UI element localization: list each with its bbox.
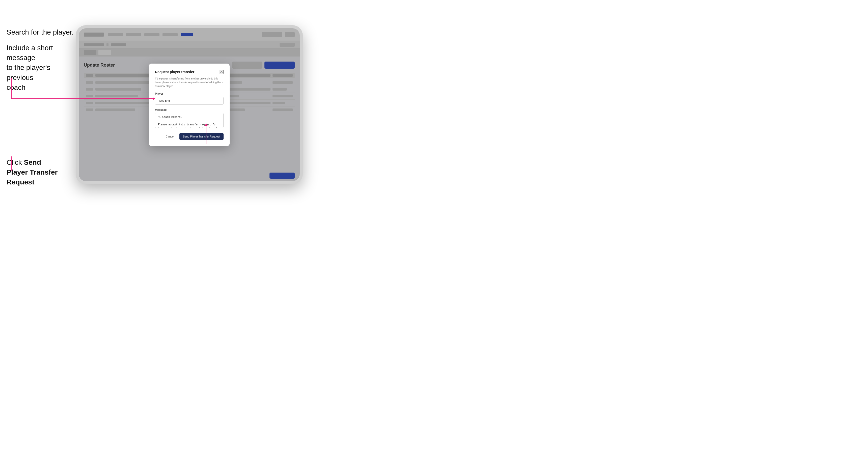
modal-footer: Cancel Send Player Transfer Request [155, 133, 223, 140]
arrow-vertical-send-left [11, 156, 11, 170]
arrow-vertical-send-right [206, 124, 207, 144]
modal-close-button[interactable]: ✕ [219, 70, 223, 74]
arrow-vertical-message [11, 78, 11, 99]
annotation-search-text: Search for the player. [6, 27, 74, 37]
annotation-message-text: Include a short message to the player's … [6, 43, 72, 92]
player-field-label: Player [155, 92, 223, 95]
annotation-click-text: Click Send Player Transfer Request [6, 157, 62, 187]
modal-title: Request player transfer [155, 70, 194, 74]
tablet-device: Update Roster [76, 25, 303, 184]
tablet-screen: Update Roster [79, 28, 300, 181]
message-textarea[interactable]: Hi Coach McHarg, Please accept this tran… [155, 113, 223, 128]
transfer-request-modal: Request player transfer ✕ If the player … [149, 64, 229, 146]
send-transfer-request-button[interactable]: Send Player Transfer Request [179, 133, 223, 140]
cancel-button[interactable]: Cancel [162, 133, 177, 139]
modal-description: If the player is transferring from anoth… [155, 77, 223, 88]
arrow-horizontal-send [11, 144, 207, 144]
arrow-horizontal-player [11, 98, 155, 99]
modal-header: Request player transfer ✕ [155, 70, 223, 74]
player-input[interactable] [155, 97, 223, 105]
modal-overlay: Request player transfer ✕ If the player … [79, 28, 300, 181]
message-field-label: Message [155, 108, 223, 111]
